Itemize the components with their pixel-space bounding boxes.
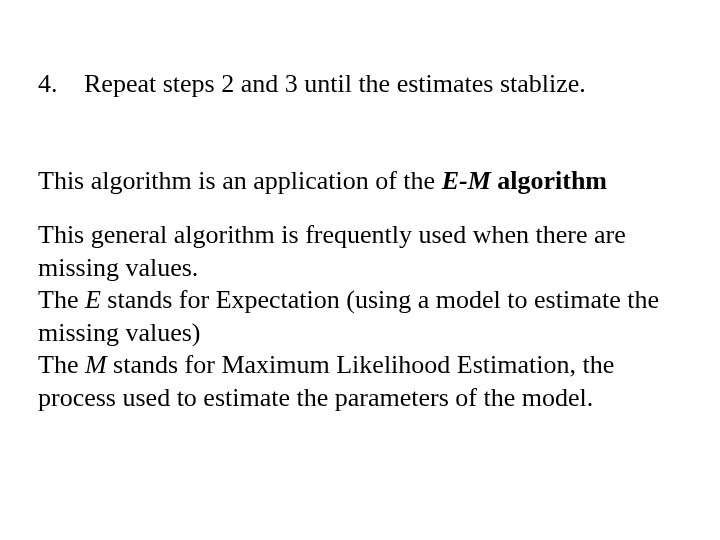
para1-em-term: E-M (442, 166, 491, 195)
paragraph-em-algorithm: This algorithm is an application of the … (38, 165, 682, 198)
list-text: Repeat steps 2 and 3 until the estimates… (84, 68, 682, 101)
para2-line3b: stands for Maximum Likelihood Estimation… (38, 350, 614, 412)
para2-line3a: The (38, 350, 85, 379)
list-number: 4. (38, 68, 84, 101)
para1-bold-term: algorithm (491, 166, 607, 195)
slide: 4. Repeat steps 2 and 3 until the estima… (0, 0, 720, 540)
para2-m-term: M (85, 350, 107, 379)
para2-line2b: stands for Expectation (using a model to… (38, 285, 659, 347)
para2-line2a: The (38, 285, 85, 314)
paragraph-description: This general algorithm is frequently use… (38, 219, 682, 414)
para1-prefix: This algorithm is an application of the (38, 166, 442, 195)
para2-e-term: E (85, 285, 101, 314)
para2-line1: This general algorithm is frequently use… (38, 220, 626, 282)
numbered-list-item: 4. Repeat steps 2 and 3 until the estima… (38, 68, 682, 101)
